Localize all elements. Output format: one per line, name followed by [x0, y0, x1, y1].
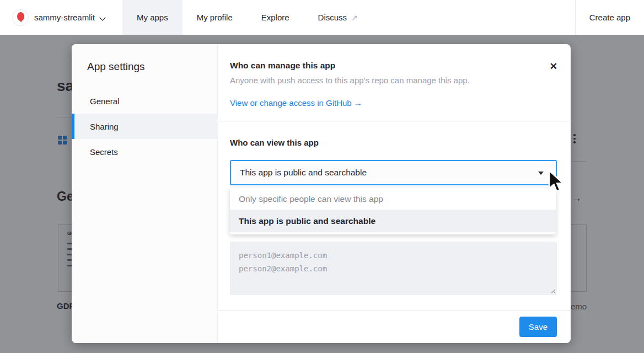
- balloon-logo-icon: [12, 9, 29, 26]
- external-link-icon: ↗: [351, 13, 358, 22]
- screen: sa Get → GD GDP emo sammy-streamlit My a…: [0, 0, 644, 353]
- manage-heading: Who can manage this app: [230, 61, 557, 71]
- navbar: sammy-streamlit My apps My profile Explo…: [0, 0, 644, 35]
- tab-my-profile[interactable]: My profile: [183, 0, 247, 35]
- visibility-select[interactable]: This app is public and searchable: [230, 160, 557, 185]
- placeholder-line-1: person1@example.com: [239, 249, 548, 262]
- option-specific-people[interactable]: Only specific people can view this app: [230, 188, 556, 210]
- nav-tabs: My apps My profile Explore Discuss↗: [122, 0, 372, 35]
- manage-section: Who can manage this app Anyone with push…: [218, 44, 571, 108]
- modal-content: Who can manage this app Anyone with push…: [218, 44, 571, 343]
- view-heading: Who can view this app: [230, 138, 319, 147]
- tab-discuss[interactable]: Discuss↗: [304, 0, 372, 35]
- github-access-link[interactable]: View or change access in GitHub →: [230, 98, 362, 108]
- sidebar-item-sharing[interactable]: Sharing: [72, 114, 217, 139]
- tab-my-apps[interactable]: My apps: [122, 0, 183, 35]
- create-app-button[interactable]: Create app: [575, 0, 644, 35]
- section-divider: [218, 121, 571, 121]
- placeholder-line-2: person2@example.com: [239, 262, 548, 275]
- manage-description: Anyone with push access to this app's re…: [230, 76, 557, 85]
- visibility-select-value: This app is public and searchable: [240, 168, 367, 178]
- chevron-down-icon: [100, 14, 106, 19]
- app-settings-title: App settings: [72, 61, 217, 73]
- workspace-name: sammy-streamlit: [34, 13, 95, 22]
- footer-divider: [218, 311, 571, 311]
- sidebar-item-secrets[interactable]: Secrets: [72, 139, 217, 164]
- close-icon[interactable]: ✕: [550, 62, 557, 71]
- app-settings-modal: App settings General Sharing Secrets Who…: [72, 44, 571, 343]
- workspace-switcher[interactable]: sammy-streamlit: [12, 0, 106, 35]
- caret-down-icon: [538, 172, 544, 175]
- tab-discuss-label: Discuss: [318, 13, 347, 22]
- tab-explore[interactable]: Explore: [247, 0, 304, 35]
- modal-sidebar: App settings General Sharing Secrets: [72, 44, 218, 343]
- save-button[interactable]: Save: [519, 317, 557, 337]
- sidebar-item-general[interactable]: General: [72, 88, 217, 114]
- resize-handle[interactable]: [550, 288, 555, 293]
- viewers-textarea[interactable]: person1@example.com person2@example.com: [230, 242, 557, 295]
- visibility-options-menu: Only specific people can view this app T…: [230, 188, 556, 234]
- option-public-searchable[interactable]: This app is public and searchable: [230, 210, 556, 232]
